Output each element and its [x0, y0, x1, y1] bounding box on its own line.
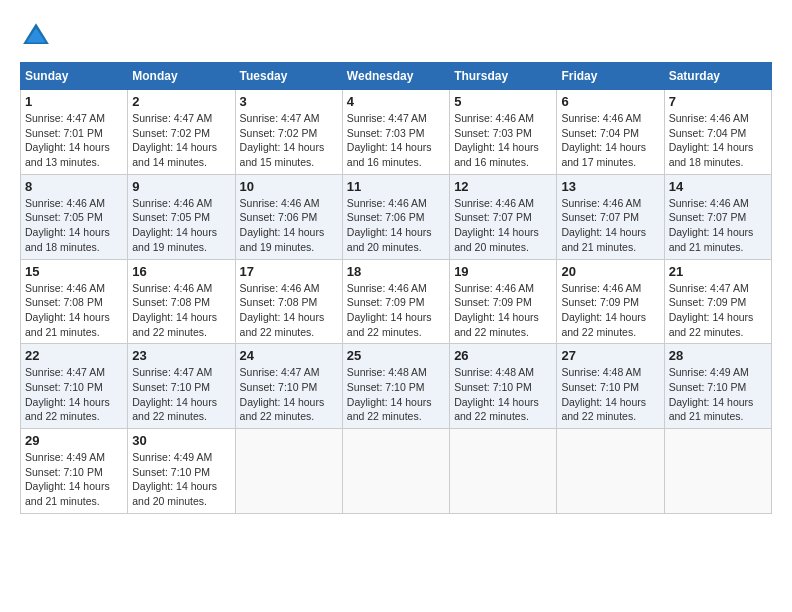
- day-cell-18: 18Sunrise: 4:46 AMSunset: 7:09 PMDayligh…: [342, 259, 449, 344]
- day-info: Sunrise: 4:46 AMSunset: 7:09 PMDaylight:…: [561, 281, 659, 340]
- column-header-wednesday: Wednesday: [342, 63, 449, 90]
- day-info: Sunrise: 4:47 AMSunset: 7:10 PMDaylight:…: [132, 365, 230, 424]
- day-number: 3: [240, 94, 338, 109]
- day-number: 29: [25, 433, 123, 448]
- day-number: 9: [132, 179, 230, 194]
- column-header-tuesday: Tuesday: [235, 63, 342, 90]
- day-info: Sunrise: 4:46 AMSunset: 7:07 PMDaylight:…: [669, 196, 767, 255]
- day-cell-10: 10Sunrise: 4:46 AMSunset: 7:06 PMDayligh…: [235, 174, 342, 259]
- empty-cell: [342, 429, 449, 514]
- day-info: Sunrise: 4:49 AMSunset: 7:10 PMDaylight:…: [669, 365, 767, 424]
- day-number: 25: [347, 348, 445, 363]
- day-cell-7: 7Sunrise: 4:46 AMSunset: 7:04 PMDaylight…: [664, 90, 771, 175]
- day-cell-8: 8Sunrise: 4:46 AMSunset: 7:05 PMDaylight…: [21, 174, 128, 259]
- day-number: 22: [25, 348, 123, 363]
- column-header-saturday: Saturday: [664, 63, 771, 90]
- day-cell-12: 12Sunrise: 4:46 AMSunset: 7:07 PMDayligh…: [450, 174, 557, 259]
- day-info: Sunrise: 4:46 AMSunset: 7:09 PMDaylight:…: [347, 281, 445, 340]
- day-number: 8: [25, 179, 123, 194]
- column-header-thursday: Thursday: [450, 63, 557, 90]
- day-cell-17: 17Sunrise: 4:46 AMSunset: 7:08 PMDayligh…: [235, 259, 342, 344]
- day-info: Sunrise: 4:48 AMSunset: 7:10 PMDaylight:…: [561, 365, 659, 424]
- column-header-monday: Monday: [128, 63, 235, 90]
- column-header-sunday: Sunday: [21, 63, 128, 90]
- day-info: Sunrise: 4:47 AMSunset: 7:02 PMDaylight:…: [132, 111, 230, 170]
- day-cell-21: 21Sunrise: 4:47 AMSunset: 7:09 PMDayligh…: [664, 259, 771, 344]
- day-cell-5: 5Sunrise: 4:46 AMSunset: 7:03 PMDaylight…: [450, 90, 557, 175]
- day-info: Sunrise: 4:46 AMSunset: 7:08 PMDaylight:…: [132, 281, 230, 340]
- day-info: Sunrise: 4:46 AMSunset: 7:07 PMDaylight:…: [454, 196, 552, 255]
- day-cell-11: 11Sunrise: 4:46 AMSunset: 7:06 PMDayligh…: [342, 174, 449, 259]
- day-info: Sunrise: 4:46 AMSunset: 7:06 PMDaylight:…: [240, 196, 338, 255]
- day-cell-30: 30Sunrise: 4:49 AMSunset: 7:10 PMDayligh…: [128, 429, 235, 514]
- day-cell-16: 16Sunrise: 4:46 AMSunset: 7:08 PMDayligh…: [128, 259, 235, 344]
- day-cell-13: 13Sunrise: 4:46 AMSunset: 7:07 PMDayligh…: [557, 174, 664, 259]
- day-info: Sunrise: 4:47 AMSunset: 7:10 PMDaylight:…: [240, 365, 338, 424]
- day-number: 12: [454, 179, 552, 194]
- day-cell-24: 24Sunrise: 4:47 AMSunset: 7:10 PMDayligh…: [235, 344, 342, 429]
- day-info: Sunrise: 4:46 AMSunset: 7:07 PMDaylight:…: [561, 196, 659, 255]
- day-number: 17: [240, 264, 338, 279]
- empty-cell: [557, 429, 664, 514]
- day-cell-20: 20Sunrise: 4:46 AMSunset: 7:09 PMDayligh…: [557, 259, 664, 344]
- day-number: 28: [669, 348, 767, 363]
- day-cell-4: 4Sunrise: 4:47 AMSunset: 7:03 PMDaylight…: [342, 90, 449, 175]
- day-cell-15: 15Sunrise: 4:46 AMSunset: 7:08 PMDayligh…: [21, 259, 128, 344]
- day-number: 23: [132, 348, 230, 363]
- day-number: 27: [561, 348, 659, 363]
- day-cell-29: 29Sunrise: 4:49 AMSunset: 7:10 PMDayligh…: [21, 429, 128, 514]
- day-info: Sunrise: 4:46 AMSunset: 7:09 PMDaylight:…: [454, 281, 552, 340]
- day-info: Sunrise: 4:47 AMSunset: 7:03 PMDaylight:…: [347, 111, 445, 170]
- empty-cell: [235, 429, 342, 514]
- day-number: 26: [454, 348, 552, 363]
- logo-icon: [20, 20, 52, 52]
- day-info: Sunrise: 4:48 AMSunset: 7:10 PMDaylight:…: [347, 365, 445, 424]
- empty-cell: [450, 429, 557, 514]
- day-info: Sunrise: 4:46 AMSunset: 7:06 PMDaylight:…: [347, 196, 445, 255]
- day-number: 20: [561, 264, 659, 279]
- day-number: 16: [132, 264, 230, 279]
- day-number: 6: [561, 94, 659, 109]
- day-info: Sunrise: 4:46 AMSunset: 7:05 PMDaylight:…: [132, 196, 230, 255]
- day-info: Sunrise: 4:49 AMSunset: 7:10 PMDaylight:…: [25, 450, 123, 509]
- day-number: 4: [347, 94, 445, 109]
- day-cell-28: 28Sunrise: 4:49 AMSunset: 7:10 PMDayligh…: [664, 344, 771, 429]
- day-cell-2: 2Sunrise: 4:47 AMSunset: 7:02 PMDaylight…: [128, 90, 235, 175]
- day-info: Sunrise: 4:48 AMSunset: 7:10 PMDaylight:…: [454, 365, 552, 424]
- day-info: Sunrise: 4:47 AMSunset: 7:09 PMDaylight:…: [669, 281, 767, 340]
- page-header: [20, 20, 772, 52]
- day-cell-22: 22Sunrise: 4:47 AMSunset: 7:10 PMDayligh…: [21, 344, 128, 429]
- logo: [20, 20, 56, 52]
- day-number: 11: [347, 179, 445, 194]
- day-number: 18: [347, 264, 445, 279]
- day-number: 2: [132, 94, 230, 109]
- day-cell-25: 25Sunrise: 4:48 AMSunset: 7:10 PMDayligh…: [342, 344, 449, 429]
- day-cell-23: 23Sunrise: 4:47 AMSunset: 7:10 PMDayligh…: [128, 344, 235, 429]
- day-cell-6: 6Sunrise: 4:46 AMSunset: 7:04 PMDaylight…: [557, 90, 664, 175]
- day-number: 15: [25, 264, 123, 279]
- day-number: 10: [240, 179, 338, 194]
- day-info: Sunrise: 4:46 AMSunset: 7:08 PMDaylight:…: [25, 281, 123, 340]
- day-info: Sunrise: 4:46 AMSunset: 7:04 PMDaylight:…: [669, 111, 767, 170]
- day-info: Sunrise: 4:46 AMSunset: 7:04 PMDaylight:…: [561, 111, 659, 170]
- day-cell-9: 9Sunrise: 4:46 AMSunset: 7:05 PMDaylight…: [128, 174, 235, 259]
- column-header-friday: Friday: [557, 63, 664, 90]
- day-info: Sunrise: 4:46 AMSunset: 7:05 PMDaylight:…: [25, 196, 123, 255]
- day-cell-3: 3Sunrise: 4:47 AMSunset: 7:02 PMDaylight…: [235, 90, 342, 175]
- calendar-table: SundayMondayTuesdayWednesdayThursdayFrid…: [20, 62, 772, 514]
- day-cell-19: 19Sunrise: 4:46 AMSunset: 7:09 PMDayligh…: [450, 259, 557, 344]
- day-cell-1: 1Sunrise: 4:47 AMSunset: 7:01 PMDaylight…: [21, 90, 128, 175]
- day-number: 19: [454, 264, 552, 279]
- day-number: 5: [454, 94, 552, 109]
- day-info: Sunrise: 4:49 AMSunset: 7:10 PMDaylight:…: [132, 450, 230, 509]
- day-cell-26: 26Sunrise: 4:48 AMSunset: 7:10 PMDayligh…: [450, 344, 557, 429]
- day-info: Sunrise: 4:47 AMSunset: 7:02 PMDaylight:…: [240, 111, 338, 170]
- day-info: Sunrise: 4:47 AMSunset: 7:01 PMDaylight:…: [25, 111, 123, 170]
- day-number: 7: [669, 94, 767, 109]
- empty-cell: [664, 429, 771, 514]
- day-number: 21: [669, 264, 767, 279]
- day-number: 1: [25, 94, 123, 109]
- day-number: 14: [669, 179, 767, 194]
- day-number: 30: [132, 433, 230, 448]
- day-number: 13: [561, 179, 659, 194]
